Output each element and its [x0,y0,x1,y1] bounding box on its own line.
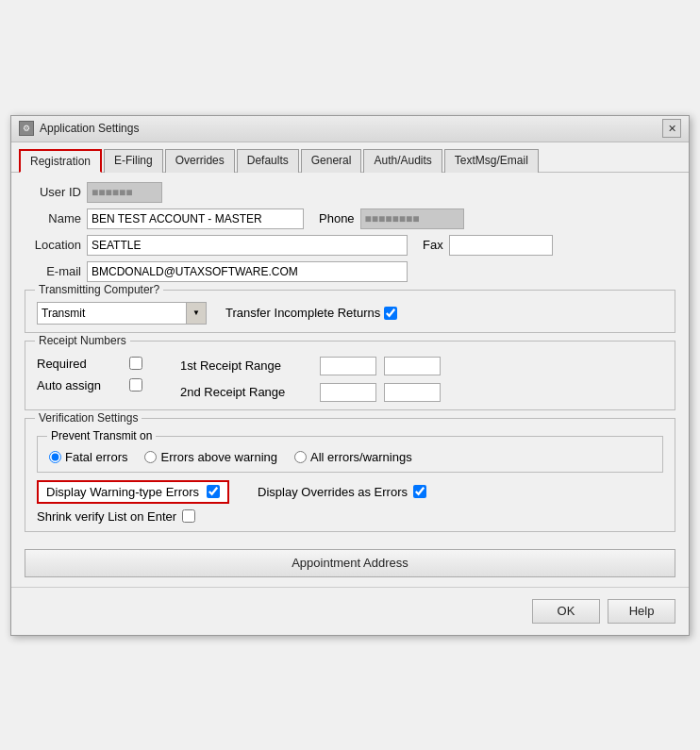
first-range-row: 1st Receipt Range [180,357,441,375]
all-errors-label: All errors/warnings [310,450,412,464]
tab-general[interactable]: General [301,149,362,173]
email-input[interactable] [87,261,408,282]
transmit-select-wrapper: Transmit ▼ [37,302,207,325]
second-range-row: 2nd Receipt Range [180,383,441,402]
name-label: Name [25,211,81,225]
second-range-label: 2nd Receipt Range [180,385,312,399]
bottom-bar: OK Help [11,587,689,635]
title-bar: ⚙ Application Settings ✕ [11,116,689,142]
required-label: Required [37,357,122,371]
display-overrides-checkbox[interactable] [413,485,426,498]
tab-defaults[interactable]: Defaults [237,149,299,173]
verification-group: Verification Settings Prevent Transmit o… [25,418,675,532]
location-input[interactable] [87,235,408,256]
first-range-input-2[interactable] [384,357,441,375]
transmit-select[interactable]: Transmit [37,302,207,325]
fatal-errors-label: Fatal errors [65,450,127,464]
phone-label: Phone [319,211,355,225]
all-errors-radio-item[interactable]: All errors/warnings [294,450,412,464]
shrink-verify-row: Shrink verify List on Enter [37,509,663,524]
second-range-input-2[interactable] [384,383,441,402]
user-id-label: User ID [25,185,81,199]
transmitting-group: Transmitting Computer? Transmit ▼ Transf… [25,290,675,333]
verify-content-row: Display Warning-type Errors Display Over… [37,480,663,504]
tab-efiling[interactable]: E-Filing [104,149,163,173]
display-overrides-row: Display Overrides as Errors [258,485,426,499]
help-button[interactable]: Help [608,599,675,624]
fatal-errors-radio-item[interactable]: Fatal errors [49,450,127,464]
radio-row: Fatal errors Errors above warning All er… [49,450,651,464]
name-input[interactable] [87,208,304,229]
all-errors-radio[interactable] [294,451,307,463]
location-row: Location Fax [25,235,675,256]
errors-above-label: Errors above warning [160,450,277,464]
content-area: User ID Name Phone Location Fax E-mail [11,172,689,587]
application-window: ⚙ Application Settings ✕ Registration E-… [10,115,690,636]
email-label: E-mail [25,264,81,278]
errors-above-radio[interactable] [144,451,157,463]
shrink-verify-checkbox[interactable] [182,509,195,523]
first-range-input-1[interactable] [320,357,376,375]
second-range-input-1[interactable] [320,383,376,402]
tab-auth-audits[interactable]: Auth/Audits [363,149,442,173]
fatal-errors-radio[interactable] [49,451,61,463]
ok-button[interactable]: OK [532,599,600,624]
verification-legend: Verification Settings [35,411,142,425]
auto-assign-label: Auto assign [37,378,122,392]
receipt-legend: Receipt Numbers [35,334,130,347]
email-row: E-mail [25,261,675,282]
window-icon: ⚙ [19,121,34,136]
display-warning-box: Display Warning-type Errors [37,480,229,504]
transmitting-legend: Transmitting Computer? [35,283,163,296]
prevent-transmit-group: Prevent Transmit on Fatal errors Errors … [37,436,663,473]
tab-overrides[interactable]: Overrides [165,149,235,173]
required-checkbox[interactable] [129,357,142,370]
tab-registration[interactable]: Registration [19,149,102,173]
location-label: Location [25,238,81,252]
display-warning-checkbox[interactable] [207,485,220,498]
window-title: Application Settings [40,122,139,135]
shrink-verify-label: Shrink verify List on Enter [37,509,176,524]
errors-above-radio-item[interactable]: Errors above warning [144,450,277,464]
transfer-checkbox[interactable] [384,307,397,320]
first-range-label: 1st Receipt Range [180,358,312,373]
tab-textmsg-email[interactable]: TextMsg/Email [444,149,539,173]
auto-assign-checkbox[interactable] [129,378,142,392]
display-overrides-label: Display Overrides as Errors [258,485,408,499]
close-button[interactable]: ✕ [662,119,681,138]
prevent-legend: Prevent Transmit on [47,429,156,442]
receipt-numbers-group: Receipt Numbers Required Auto assign 1st… [25,341,675,410]
phone-input[interactable] [360,208,464,229]
user-id-input[interactable] [87,182,162,203]
fax-input[interactable] [449,235,553,256]
transfer-wrap: Transfer Incomplete Returns [225,306,397,320]
tab-bar: Registration E-Filing Overrides Defaults… [11,142,689,172]
display-warning-label: Display Warning-type Errors [46,485,199,499]
fax-label: Fax [423,238,443,252]
user-id-row: User ID [25,182,675,203]
appointment-address-button[interactable]: Appointment Address [25,549,675,577]
required-row: Required [37,357,142,371]
name-row: Name Phone [25,208,675,229]
transfer-label: Transfer Incomplete Returns [225,306,380,320]
auto-assign-row: Auto assign [37,378,142,392]
